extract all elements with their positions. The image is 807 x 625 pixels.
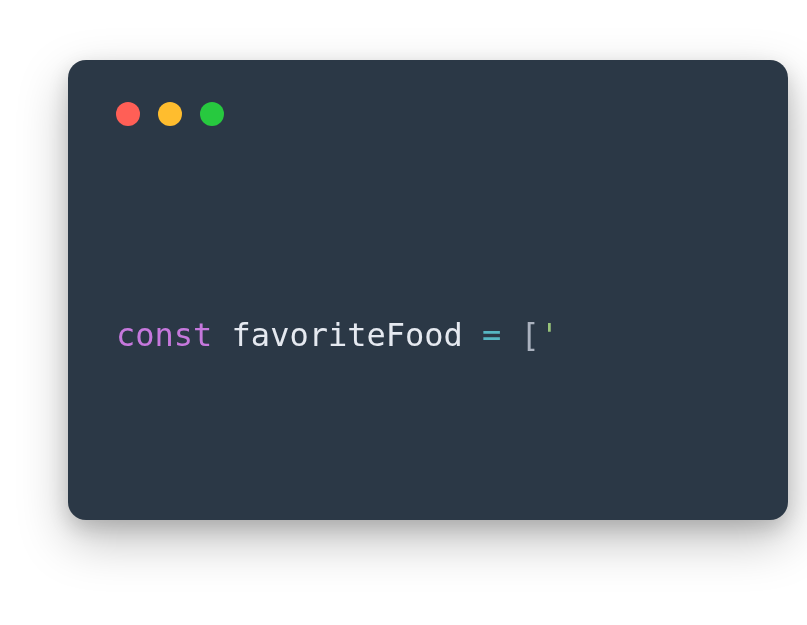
- token-space: [463, 316, 482, 354]
- minimize-icon[interactable]: [158, 102, 182, 126]
- token-space: [212, 316, 231, 354]
- token-identifier: favoriteFood: [232, 316, 463, 354]
- zoom-icon[interactable]: [200, 102, 224, 126]
- code-line-1: const favoriteFood = [': [116, 311, 788, 359]
- token-keyword: const: [116, 316, 212, 354]
- token-space: [501, 316, 520, 354]
- code-line-2: [116, 455, 788, 503]
- code-editor-window: const favoriteFood = [' console.log(...f…: [68, 60, 788, 520]
- token-bracket: [: [521, 316, 540, 354]
- window-titlebar: [68, 60, 788, 120]
- close-icon[interactable]: [116, 102, 140, 126]
- token-operator: =: [482, 316, 501, 354]
- code-area: const favoriteFood = [' console.log(...f…: [68, 120, 788, 520]
- token-string: ': [540, 316, 559, 354]
